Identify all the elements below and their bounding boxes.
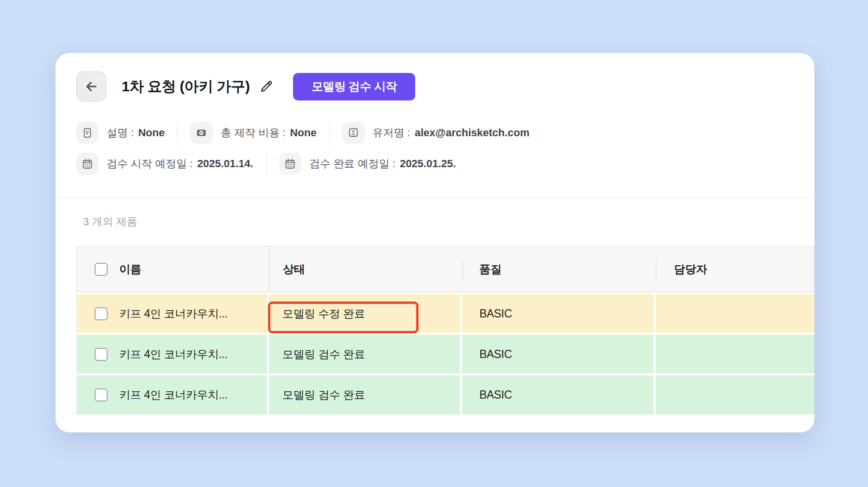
column-header-label: 품질: [479, 262, 502, 277]
column-header-name: 이름: [77, 247, 269, 292]
dashed-divider: [266, 151, 266, 176]
table-row[interactable]: 키프 4인 코너카우치... 모델링 검수 완료 BASIC: [77, 375, 814, 414]
start-review-button[interactable]: 모델링 검수 시작: [293, 73, 415, 100]
column-header-label: 담당자: [674, 262, 707, 277]
meta-item-username: 유저명 : alex@archisketch.com: [342, 122, 530, 144]
meta-label: 설명 :: [107, 126, 134, 140]
row-checkbox[interactable]: [95, 388, 108, 401]
meta-label: 총 제작 비용 :: [221, 126, 285, 140]
product-name: 키프 4인 코너카우치...: [119, 387, 228, 402]
meta-item-description: 설명 : None: [76, 122, 165, 144]
meta-item-review-start-date: 검수 시작 예정일 : 2025.01.14.: [76, 153, 253, 175]
meta-item-production-cost: 총 제작 비용 : None: [190, 122, 316, 144]
meta-label: 유저명 :: [373, 126, 410, 140]
edit-pencil-icon[interactable]: [259, 79, 274, 94]
column-header-assignee: 담당자: [656, 247, 814, 292]
page-title: 1차 요청 (아키 가구): [122, 77, 250, 97]
meta-row: 설명 : None 총 제작 비용 : None: [76, 120, 814, 145]
user-card-icon: [342, 122, 364, 144]
product-name: 키프 4인 코너카우치...: [119, 306, 228, 321]
column-header-status: 상태: [269, 247, 462, 292]
column-header-label: 이름: [119, 262, 141, 277]
column-header-quality: 품질: [462, 247, 656, 292]
meta-value: 2025.01.25.: [400, 158, 456, 170]
money-icon: [190, 122, 212, 144]
meta-item-review-end-date: 검수 완료 예정일 : 2025.01.25.: [279, 153, 456, 175]
product-assignee: [656, 294, 814, 333]
column-header-label: 상태: [283, 262, 305, 277]
product-assignee: [656, 375, 814, 414]
card-header: 1차 요청 (아키 가구) 모델링 검수 시작: [76, 72, 814, 101]
table-row[interactable]: 키프 4인 코너카우치... 모델링 검수 완료 BASIC: [77, 335, 814, 373]
meta-section: 설명 : None 총 제작 비용 : None: [76, 120, 814, 176]
table-row[interactable]: 키프 4인 코너카우치... 모델링 수정 완료 BASIC: [77, 294, 814, 333]
arrow-left-icon: [84, 79, 98, 94]
meta-label: 검수 시작 예정일 :: [107, 157, 193, 171]
meta-row: 검수 시작 예정일 : 2025.01.14.: [76, 151, 814, 176]
meta-label: 검수 완료 예정일 :: [309, 157, 395, 171]
row-checkbox[interactable]: [95, 348, 108, 361]
row-checkbox[interactable]: [95, 307, 108, 320]
products-count: 3 개의 제품: [76, 215, 814, 229]
table-body: 키프 4인 코너카우치... 모델링 수정 완료 BASIC 키프 4인 코너카…: [76, 294, 814, 415]
product-assignee: [656, 335, 814, 373]
back-button[interactable]: [76, 72, 106, 101]
request-detail-card: 1차 요청 (아키 가구) 모델링 검수 시작 설명 : None: [56, 53, 814, 432]
dashed-divider: [177, 120, 178, 145]
meta-value: alex@archisketch.com: [415, 127, 530, 139]
product-quality: BASIC: [462, 335, 656, 373]
table-header-row: 이름 상태 품질 담당자: [76, 246, 814, 292]
calendar-icon: [76, 153, 98, 175]
calendar-icon: [279, 153, 301, 175]
meta-value: 2025.01.14.: [197, 158, 253, 170]
meta-value: None: [138, 127, 165, 139]
product-status: 모델링 검수 완료: [269, 375, 462, 414]
product-name: 키프 4인 코너카우치...: [119, 347, 228, 362]
meta-value: None: [290, 127, 317, 139]
dashed-divider: [329, 120, 330, 145]
product-quality: BASIC: [462, 375, 656, 414]
note-icon: [76, 122, 98, 144]
product-quality: BASIC: [462, 294, 656, 333]
product-status: 모델링 수정 완료: [269, 294, 462, 333]
product-status: 모델링 검수 완료: [269, 335, 462, 373]
select-all-checkbox[interactable]: [95, 263, 108, 276]
products-table: 이름 상태 품질 담당자 키프 4인 코너카우치... 모델링 수정 완료 BA…: [76, 246, 814, 415]
section-divider: [56, 198, 814, 198]
